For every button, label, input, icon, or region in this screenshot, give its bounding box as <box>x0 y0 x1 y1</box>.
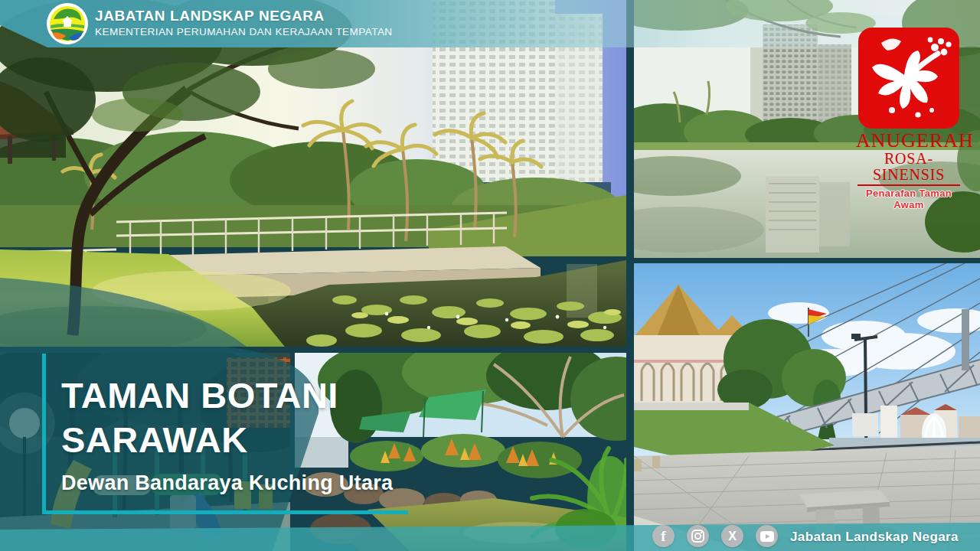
x-glyph: X <box>728 530 737 543</box>
park-title-line2: SARAWAK <box>61 418 393 462</box>
park-title-line1: TAMAN BOTANI <box>61 373 393 418</box>
instagram-icon[interactable] <box>687 525 709 547</box>
award-tagline: Penarafan Taman Awam <box>856 187 962 210</box>
hibiscus-logo-svg <box>858 28 959 129</box>
curved-corner-overlay <box>0 278 247 347</box>
instagram-glyph <box>691 530 704 543</box>
park-subtitle: Dewan Bandaraya Kuching Utara <box>61 471 393 495</box>
jabatan-landskap-negara-logo <box>46 2 89 45</box>
ministry-name: KEMENTERIAN PERUMAHAN DAN KERAJAAN TEMPA… <box>95 25 393 39</box>
accent-line-vertical <box>42 354 46 514</box>
agency-logo-icon <box>46 2 89 45</box>
header-text-block: JABATAN LANDSKAP NEGARA KEMENTERIAN PERU… <box>95 7 393 39</box>
hero-title-block: TAMAN BOTANI SARAWAK Dewan Bandaraya Kuc… <box>61 373 393 495</box>
hibiscus-icon <box>858 28 959 129</box>
award-title: ANUGERAH <box>856 131 962 151</box>
award-subtitle: ROSA-SINENSIS <box>856 151 962 183</box>
youtube-icon[interactable] <box>756 525 778 547</box>
youtube-glyph <box>760 531 774 542</box>
award-divider <box>858 184 960 186</box>
accent-line-horizontal <box>42 510 408 514</box>
x-icon[interactable]: X <box>721 525 743 547</box>
facebook-glyph: f <box>661 529 665 543</box>
social-icons-row: f X <box>652 525 778 547</box>
agency-name: JABATAN LANDSKAP NEGARA <box>95 7 393 25</box>
slide-taman-botani-sarawak: JABATAN LANDSKAP NEGARA KEMENTERIAN PERU… <box>0 0 980 551</box>
facebook-icon[interactable]: f <box>652 525 675 547</box>
footer-brand: Jabatan Landskap Negara <box>790 530 959 545</box>
award-badge: ANUGERAH ROSA-SINENSIS Penarafan Taman A… <box>856 28 962 210</box>
